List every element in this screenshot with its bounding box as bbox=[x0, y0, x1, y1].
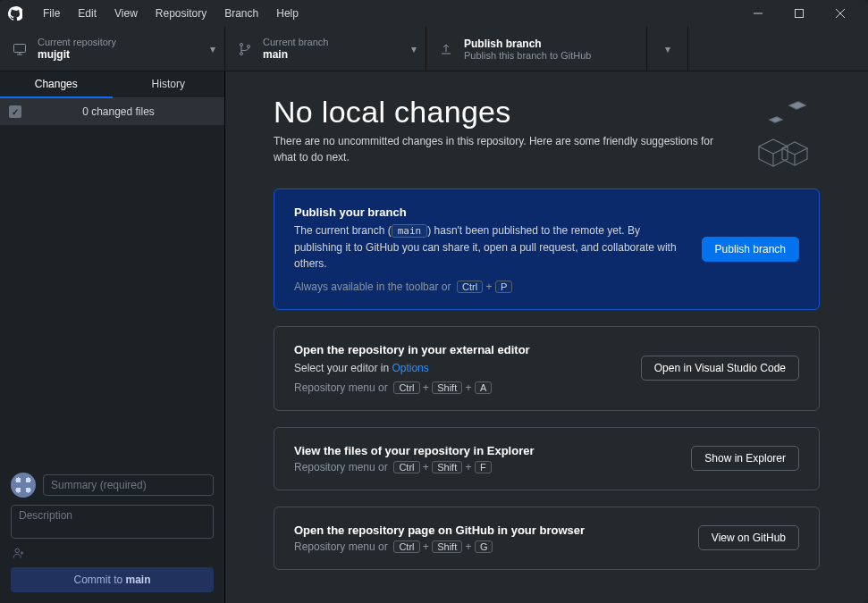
toolbar-branch-label: Current branch bbox=[263, 37, 328, 47]
toolbar-current-branch[interactable]: Current branch main ▾ bbox=[225, 27, 426, 71]
options-link[interactable]: Options bbox=[392, 362, 428, 374]
branch-pill: main bbox=[392, 224, 428, 238]
card-publish-title: Publish your branch bbox=[294, 205, 684, 219]
card-publish-text: The current branch (main) hasn't been pu… bbox=[294, 222, 684, 272]
commit-button[interactable]: Commit to main bbox=[11, 567, 214, 592]
show-in-explorer-button[interactable]: Show in Explorer bbox=[691, 446, 799, 471]
window-maximize-button[interactable] bbox=[779, 0, 820, 27]
toolbar-overflow[interactable]: ▾ bbox=[647, 27, 688, 71]
desktop-icon bbox=[13, 42, 27, 56]
card-explorer-title: View the files of your repository in Exp… bbox=[294, 444, 673, 457]
git-branch-icon bbox=[238, 42, 252, 56]
card-view-github: Open the repository page on GitHub in yo… bbox=[274, 507, 820, 570]
avatar bbox=[11, 473, 36, 498]
card-editor-title: Open the repository in your external edi… bbox=[294, 343, 623, 356]
card-publish-hint: Always available in the toolbar or Ctrl … bbox=[294, 281, 684, 293]
upload-icon bbox=[439, 42, 453, 56]
tab-changes[interactable]: Changes bbox=[0, 71, 113, 98]
toolbar-current-repository[interactable]: Current repository mujgit ▾ bbox=[0, 27, 225, 71]
select-all-checkbox[interactable]: ✓ bbox=[9, 105, 21, 118]
commit-description-input[interactable] bbox=[11, 505, 214, 539]
commit-form: Commit to main bbox=[0, 465, 224, 603]
chevron-down-icon: ▾ bbox=[210, 43, 215, 55]
tab-history[interactable]: History bbox=[113, 71, 225, 98]
svg-point-4 bbox=[248, 45, 250, 47]
menu-view[interactable]: View bbox=[105, 0, 147, 27]
toolbar-repo-label: Current repository bbox=[38, 37, 116, 47]
toolbar-publish-label: Publish branch bbox=[464, 38, 591, 50]
card-open-editor: Open the repository in your external edi… bbox=[274, 326, 820, 411]
app-logo-icon bbox=[7, 5, 23, 21]
card-editor-hint: Repository menu or Ctrl + Shift + A bbox=[294, 381, 623, 394]
toolbar-publish-branch[interactable]: Publish branch Publish this branch to Gi… bbox=[426, 27, 647, 71]
svg-rect-1 bbox=[14, 44, 26, 52]
menu-repository[interactable]: Repository bbox=[147, 0, 215, 27]
page-subtitle: There are no uncommitted changes in this… bbox=[274, 133, 738, 165]
window-close-button[interactable] bbox=[820, 0, 861, 27]
card-explorer-hint: Repository menu or Ctrl + Shift + F bbox=[294, 461, 673, 473]
card-github-hint: Repository menu or Ctrl + Shift + G bbox=[294, 540, 680, 553]
chevron-down-icon: ▾ bbox=[411, 43, 417, 55]
sidebar: Changes History ✓ 0 changed files Commit… bbox=[0, 71, 225, 603]
svg-point-5 bbox=[15, 549, 19, 552]
chevron-down-icon: ▾ bbox=[665, 43, 670, 55]
toolbar-repo-value: mujgit bbox=[38, 48, 116, 61]
add-coauthor-button[interactable] bbox=[11, 546, 214, 560]
changed-files-header: ✓ 0 changed files bbox=[0, 98, 224, 125]
card-publish-branch: Publish your branch The current branch (… bbox=[274, 188, 820, 310]
svg-rect-0 bbox=[796, 10, 804, 18]
card-editor-text: Select your editor in Options bbox=[294, 360, 623, 376]
commit-summary-input[interactable] bbox=[43, 474, 214, 496]
toolbar-branch-value: main bbox=[263, 48, 328, 61]
main-panel: No local changes There are no uncommitte… bbox=[225, 71, 868, 603]
open-in-vscode-button[interactable]: Open in Visual Studio Code bbox=[641, 356, 799, 381]
svg-point-2 bbox=[240, 43, 243, 46]
menubar: File Edit View Repository Branch Help bbox=[0, 0, 868, 27]
changed-files-count: 0 changed files bbox=[21, 105, 215, 118]
toolbar-publish-desc: Publish this branch to GitHub bbox=[464, 50, 591, 61]
view-on-github-button[interactable]: View on GitHub bbox=[698, 525, 799, 550]
empty-state-illustration bbox=[734, 98, 814, 170]
toolbar: Current repository mujgit ▾ Current bran… bbox=[0, 27, 868, 71]
window-minimize-button[interactable] bbox=[737, 0, 779, 27]
svg-point-3 bbox=[240, 52, 243, 54]
publish-branch-button[interactable]: Publish branch bbox=[702, 237, 799, 262]
card-show-explorer: View the files of your repository in Exp… bbox=[274, 427, 820, 490]
menu-edit[interactable]: Edit bbox=[69, 0, 105, 27]
menu-file[interactable]: File bbox=[34, 0, 69, 27]
menu-branch[interactable]: Branch bbox=[215, 0, 267, 27]
card-github-title: Open the repository page on GitHub in yo… bbox=[294, 523, 680, 537]
sidebar-tabs: Changes History bbox=[0, 71, 224, 98]
menu-help[interactable]: Help bbox=[267, 0, 308, 27]
